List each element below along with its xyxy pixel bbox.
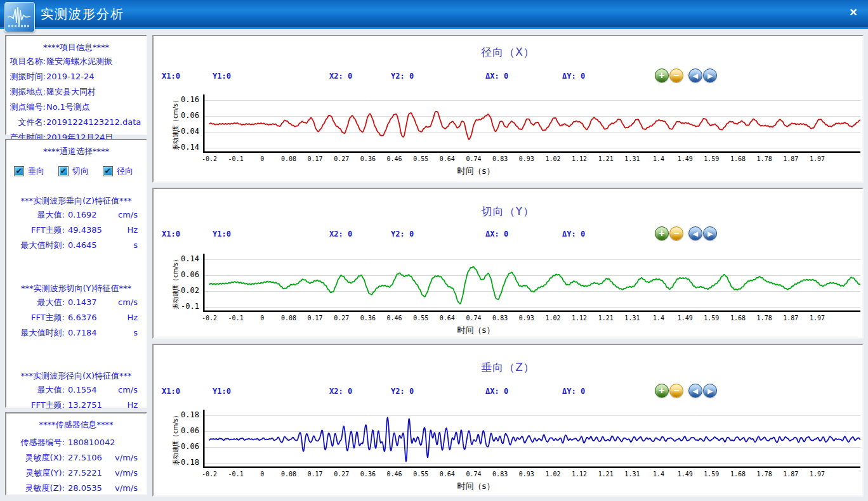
channel-option-tangential[interactable]: 切向 bbox=[58, 166, 89, 177]
title-bar[interactable]: 实测波形分析 ✕ bbox=[0, 0, 868, 29]
chart-toolbar: +−◀▶ bbox=[655, 226, 717, 240]
feature-sections: ***实测波形垂向(Z)特征值***最大值:0.1692cm/sFFT主频:49… bbox=[6, 195, 146, 428]
x-tick-label: 1.68 bbox=[730, 471, 746, 478]
x-tick-label: 0.55 bbox=[413, 155, 428, 162]
x-tick-label: 1.59 bbox=[704, 155, 719, 162]
row-value: 0.4645 bbox=[68, 240, 97, 250]
row-unit: s bbox=[133, 325, 138, 341]
row-unit: v/m/s bbox=[115, 481, 138, 496]
waveform-canvas-tangential-y[interactable] bbox=[203, 254, 860, 312]
row-label: 最大值: bbox=[6, 207, 65, 223]
x-tick-label: 0 bbox=[260, 155, 264, 162]
pan-right-icon[interactable]: ▶ bbox=[703, 68, 717, 82]
pan-right-icon[interactable]: ▶ bbox=[703, 226, 717, 240]
feature-row: 最大值:0.1437cm/s bbox=[6, 295, 146, 310]
row-value: 0.1554 bbox=[68, 385, 97, 394]
project-info-row: 文件名:20191224123212.data bbox=[6, 115, 146, 130]
row-value: 13.2751 bbox=[68, 400, 102, 410]
row-label: 灵敏度(X): bbox=[6, 450, 65, 465]
x-tick-label: 1.31 bbox=[624, 155, 640, 162]
chart-title: 径向（X） bbox=[154, 45, 862, 60]
zoom-in-icon[interactable]: + bbox=[655, 68, 669, 82]
pan-left-icon[interactable]: ◀ bbox=[688, 226, 702, 240]
channel-option-vertical[interactable]: 垂向 bbox=[14, 166, 44, 177]
sensor-info-box: ****传感器信息**** 传感器编号:180810042灵敏度(X):27.5… bbox=[5, 412, 147, 495]
channel-option-radial[interactable]: 径向 bbox=[103, 166, 133, 177]
pan-right-icon[interactable]: ▶ bbox=[703, 384, 717, 398]
zoom-out-icon[interactable]: − bbox=[669, 226, 683, 240]
waveform-canvas-vertical-z[interactable] bbox=[203, 410, 860, 468]
x-tick-label: 1.97 bbox=[810, 155, 825, 162]
zoom-out-icon[interactable]: − bbox=[669, 68, 683, 82]
x-tick-label: 1.59 bbox=[704, 315, 719, 322]
row-value: 隆安海螺水泥测振 bbox=[46, 56, 112, 66]
x-tick-label: 0.17 bbox=[308, 155, 323, 162]
x-axis-label: 时间（s） bbox=[457, 481, 495, 492]
x-tick-label: 0.64 bbox=[440, 471, 455, 478]
x-tick-label: 1.97 bbox=[810, 315, 825, 322]
sensor-row: 灵敏度(Z):28.0535v/m/s bbox=[6, 481, 146, 496]
row-label: 项目名称: bbox=[6, 54, 46, 69]
x-tick-label: 1.68 bbox=[730, 155, 746, 162]
row-label: 灵敏度(Y): bbox=[6, 465, 65, 481]
row-value: 2019-12-24 bbox=[46, 72, 95, 81]
channel-select-header: ****通道选择**** bbox=[6, 145, 146, 158]
feature-section-header: ***实测波形垂向(Z)特征值*** bbox=[6, 195, 146, 207]
x-tick-label: 1.59 bbox=[704, 471, 719, 478]
dx-readout: ΔX: 0 bbox=[485, 72, 508, 81]
feature-row: FFT主频:13.2751Hz bbox=[6, 398, 146, 413]
y2-readout: Y2: 0 bbox=[391, 387, 414, 396]
zoom-out-icon[interactable]: − bbox=[669, 384, 683, 398]
cursor-readouts: X1:0Y1:0X2: 0Y2: 0ΔX: 0ΔY: 0 bbox=[154, 72, 862, 82]
pan-left-icon[interactable]: ◀ bbox=[688, 384, 702, 398]
project-info-row: 项目名称:隆安海螺水泥测振 bbox=[6, 54, 146, 69]
y-tick-label: 0.14 bbox=[154, 254, 199, 263]
y-tick-label: 0.06 bbox=[154, 426, 199, 435]
row-value: No.1号测点 bbox=[46, 102, 90, 112]
x-tick-label: 0.93 bbox=[519, 471, 534, 478]
window-title: 实测波形分析 bbox=[41, 6, 124, 23]
y-tick-label: -0.02 bbox=[154, 286, 199, 295]
x-tick-label: 0.27 bbox=[334, 315, 349, 322]
feature-section: ***实测波形切向(Y)特征值***最大值:0.1437cm/sFFT主频:6.… bbox=[6, 282, 146, 341]
chart-panel-vertical-z: 垂向（Z） X1:0Y1:0X2: 0Y2: 0ΔX: 0ΔY: 0 +−◀▶ … bbox=[152, 344, 864, 497]
close-button[interactable]: ✕ bbox=[846, 6, 860, 20]
zoom-in-icon[interactable]: + bbox=[655, 384, 669, 398]
y-tick-label: -0.06 bbox=[154, 442, 199, 451]
x-tick-label: 0.17 bbox=[308, 471, 323, 478]
feature-section-header: ***实测波形径向(X)特征值*** bbox=[6, 370, 146, 382]
row-label: 最大值: bbox=[6, 382, 65, 398]
row-value: 隆安县大同村 bbox=[46, 87, 96, 96]
checkbox-checked-radial-icon[interactable] bbox=[103, 166, 113, 176]
x-axis-ticks: -0.2-0.100.080.170.270.360.460.550.640.7… bbox=[203, 471, 860, 479]
pan-left-icon[interactable]: ◀ bbox=[688, 68, 702, 82]
x-tick-label: 1.78 bbox=[757, 315, 772, 322]
project-info-rows: 项目名称:隆安海螺水泥测振测振时间:2019-12-24测振地点:隆安县大同村测… bbox=[6, 54, 146, 145]
row-unit: Hz bbox=[127, 398, 138, 413]
waveform-canvas-radial-x[interactable] bbox=[203, 94, 860, 153]
checkbox-checked-vertical-icon[interactable] bbox=[14, 166, 24, 176]
dy-readout: ΔY: 0 bbox=[562, 72, 585, 81]
checkbox-checked-tangential-icon[interactable] bbox=[58, 166, 69, 176]
y2-readout: Y2: 0 bbox=[391, 230, 414, 238]
y-tick-label: 0.18 bbox=[154, 410, 199, 419]
row-value: 27.5221 bbox=[68, 468, 102, 478]
x-tick-label: 0.17 bbox=[308, 315, 323, 322]
x-tick-label: 0.55 bbox=[413, 315, 428, 322]
sensor-row: 灵敏度(Y):27.5221v/m/s bbox=[6, 465, 146, 481]
x-tick-label: 0.93 bbox=[519, 315, 534, 322]
sensor-row: 传感器编号:180810042 bbox=[6, 435, 146, 450]
x-tick-label: 1.49 bbox=[678, 471, 693, 478]
x-tick-label: 1.02 bbox=[545, 471, 560, 478]
chart-panel-tangential-y: 切向（Y） X1:0Y1:0X2: 0Y2: 0ΔX: 0ΔY: 0 +−◀▶ … bbox=[152, 188, 864, 339]
zoom-in-icon[interactable]: + bbox=[655, 226, 669, 240]
x-tick-label: 0.08 bbox=[281, 155, 296, 162]
x-tick-label: 1.4 bbox=[653, 471, 664, 478]
x-tick-label: 0.93 bbox=[519, 155, 534, 162]
x-tick-label: 1.21 bbox=[598, 155, 614, 162]
x-tick-label: 0.46 bbox=[387, 155, 402, 162]
x-tick-label: 0.64 bbox=[440, 155, 455, 162]
chart-toolbar: +−◀▶ bbox=[655, 68, 717, 82]
row-value: 0.1437 bbox=[68, 297, 97, 307]
row-unit: cm/s bbox=[118, 207, 138, 223]
